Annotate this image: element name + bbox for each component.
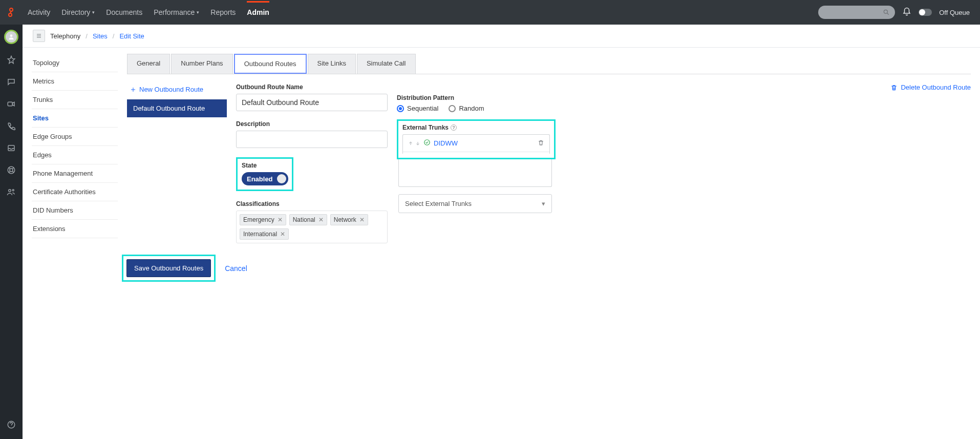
nav-directory-label: Directory	[61, 8, 90, 16]
nav-directory[interactable]: Directory ▾	[61, 8, 95, 16]
nav-admin[interactable]: Admin	[247, 8, 269, 16]
notifications-icon[interactable]	[902, 7, 911, 18]
svg-point-2	[884, 10, 888, 13]
nav-performance[interactable]: Performance ▾	[154, 8, 199, 16]
svg-point-0	[10, 8, 13, 11]
queue-label: Off Queue	[939, 9, 970, 16]
app-logo	[6, 6, 18, 18]
queue-toggle[interactable]	[919, 9, 932, 16]
nav-documents[interactable]: Documents	[106, 8, 142, 16]
top-bar: Activity Directory ▾ Documents Performan…	[0, 0, 980, 25]
nav-activity[interactable]: Activity	[28, 8, 50, 16]
caret-down-icon: ▾	[92, 10, 95, 15]
caret-down-icon: ▾	[197, 10, 199, 15]
global-search[interactable]	[818, 6, 895, 19]
top-nav: Activity Directory ▾ Documents Performan…	[28, 8, 269, 16]
nav-reports[interactable]: Reports	[210, 8, 236, 16]
search-icon	[883, 9, 890, 16]
svg-point-1	[9, 13, 12, 16]
nav-performance-label: Performance	[154, 8, 195, 16]
